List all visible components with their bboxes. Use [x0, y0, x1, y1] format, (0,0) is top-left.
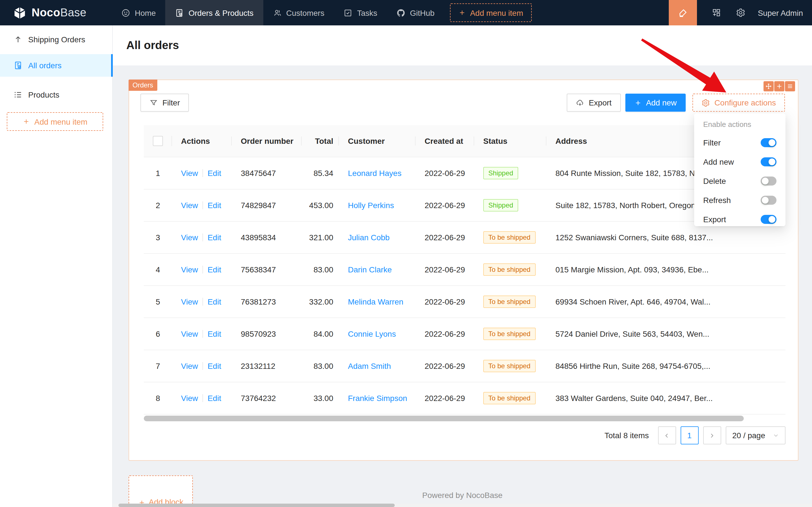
customer-link[interactable]: Julian Cobb: [348, 233, 390, 242]
toggle-switch[interactable]: [761, 157, 776, 166]
add-new-button-label: Add new: [646, 98, 677, 107]
enable-action-item[interactable]: Refresh: [694, 190, 786, 210]
next-page-button[interactable]: [703, 426, 721, 444]
toggle-switch[interactable]: [761, 196, 776, 205]
total-cell: 84.00: [302, 329, 339, 338]
nav-item-github[interactable]: GitHub: [387, 0, 444, 25]
edit-link[interactable]: Edit: [208, 297, 221, 306]
view-link[interactable]: View: [181, 329, 198, 338]
block-designer-icons: [763, 81, 795, 91]
ui-editor-button[interactable]: [669, 0, 697, 25]
nav-item-home[interactable]: Home: [112, 0, 166, 25]
table-scrollbar-thumb[interactable]: [144, 416, 744, 421]
view-link[interactable]: View: [181, 169, 198, 178]
total-cell: 453.00: [302, 201, 339, 210]
add-block-icon[interactable]: [774, 81, 785, 91]
add-new-button[interactable]: Add new: [625, 94, 686, 112]
view-link[interactable]: View: [181, 233, 198, 242]
nav-label: Tasks: [357, 8, 377, 17]
table-header-row: Actions Order number Total Customer Crea…: [144, 125, 786, 157]
row-actions: ViewEdit: [172, 394, 232, 403]
customer-cell: Connie Lyons: [339, 329, 416, 338]
filter-button[interactable]: Filter: [140, 94, 189, 112]
row-index: 2: [144, 201, 172, 210]
nav-item-tasks[interactable]: Tasks: [334, 0, 387, 25]
toggle-knob: [768, 139, 775, 146]
sidebar-add-menu-item-button[interactable]: Add menu item: [7, 112, 103, 131]
plugin-blocks-icon[interactable]: [712, 8, 721, 17]
select-all-checkbox[interactable]: [153, 136, 163, 146]
view-link[interactable]: View: [181, 265, 198, 274]
pagination: Total 8 items 1 20 / page: [144, 426, 786, 444]
total-cell: 85.34: [302, 169, 339, 178]
highlighter-icon: [678, 8, 688, 18]
enable-action-item[interactable]: Export: [694, 210, 786, 229]
table-row: 1 ViewEdit 38475647 85.34 Leonard Hayes …: [144, 157, 786, 189]
status-badge: To be shipped: [483, 328, 535, 340]
customer-cell: Julian Cobb: [339, 233, 416, 242]
address-cell: 84856 Hirthe Run, Suite 268, 94754-6705,…: [546, 361, 786, 371]
row-index: 4: [144, 265, 172, 274]
customer-link[interactable]: Darin Clarke: [348, 265, 392, 274]
page-scrollbar-thumb[interactable]: [118, 504, 395, 507]
block-menu-icon[interactable]: [785, 81, 795, 91]
customer-link[interactable]: Adam Smith: [348, 361, 391, 371]
edit-link[interactable]: Edit: [208, 265, 221, 274]
status-badge: To be shipped: [483, 263, 535, 276]
customer-link[interactable]: Melinda Warren: [348, 297, 403, 306]
view-link[interactable]: View: [181, 297, 198, 306]
edit-link[interactable]: Edit: [208, 201, 221, 210]
sidebar-item-products[interactable]: Products: [0, 83, 112, 106]
edit-link[interactable]: Edit: [208, 361, 221, 371]
table-row: 2 ViewEdit 74829847 453.00 Holly Perkins…: [144, 189, 786, 222]
edit-link[interactable]: Edit: [208, 329, 221, 338]
enable-action-item[interactable]: Filter: [694, 133, 786, 152]
created-at-cell: 2022-06-29: [416, 361, 474, 371]
view-link[interactable]: View: [181, 394, 198, 403]
action-divider: [202, 266, 203, 274]
view-link[interactable]: View: [181, 361, 198, 371]
plus-icon: [634, 99, 641, 106]
nav-item-orders-products[interactable]: Orders & Products: [166, 0, 263, 25]
enable-action-item[interactable]: Delete: [694, 171, 786, 190]
customer-link[interactable]: Leonard Hayes: [348, 169, 402, 178]
column-header-customer: Customer: [339, 136, 416, 146]
nav-item-customers[interactable]: Customers: [263, 0, 334, 25]
smiley-icon: [121, 8, 130, 17]
toggle-knob: [762, 197, 768, 204]
toggle-knob: [768, 216, 775, 223]
page-number-button[interactable]: 1: [680, 426, 698, 444]
customer-cell: Frankie Simpson: [339, 394, 416, 403]
customer-link[interactable]: Frankie Simpson: [348, 394, 407, 403]
customer-link[interactable]: Holly Perkins: [348, 201, 394, 210]
toggle-knob: [768, 159, 775, 165]
settings-gear-icon[interactable]: [736, 8, 746, 17]
drag-move-icon[interactable]: [763, 81, 774, 91]
chevron-down-icon: [773, 433, 779, 438]
sidebar-add-menu-item-label: Add menu item: [35, 117, 88, 126]
configure-actions-button[interactable]: Configure actions: [692, 94, 785, 112]
row-index: 5: [144, 297, 172, 306]
header-add-menu-item-button[interactable]: Add menu item: [450, 3, 531, 22]
configure-actions-label: Configure actions: [714, 98, 776, 107]
customer-cell: Darin Clarke: [339, 265, 416, 274]
toggle-switch[interactable]: [761, 138, 776, 147]
view-link[interactable]: View: [181, 201, 198, 210]
action-divider: [202, 169, 203, 177]
page-size-select[interactable]: 20 / page: [726, 426, 786, 444]
edit-link[interactable]: Edit: [208, 169, 221, 178]
row-index: 1: [144, 169, 172, 178]
toggle-switch[interactable]: [761, 215, 776, 224]
enable-action-item[interactable]: Add new: [694, 152, 786, 171]
edit-link[interactable]: Edit: [208, 233, 221, 242]
edit-link[interactable]: Edit: [208, 394, 221, 403]
export-button[interactable]: Export: [567, 94, 621, 112]
sidebar-item-shipping-orders[interactable]: Shipping Orders: [0, 28, 112, 51]
user-menu[interactable]: Super Admin: [758, 8, 803, 17]
sidebar-item-all-orders[interactable]: All orders: [0, 54, 112, 77]
previous-page-button[interactable]: [658, 426, 676, 444]
page-horizontal-scrollbar: [0, 504, 812, 507]
toggle-switch[interactable]: [761, 176, 776, 185]
customer-link[interactable]: Connie Lyons: [348, 329, 396, 338]
row-actions: ViewEdit: [172, 265, 232, 274]
